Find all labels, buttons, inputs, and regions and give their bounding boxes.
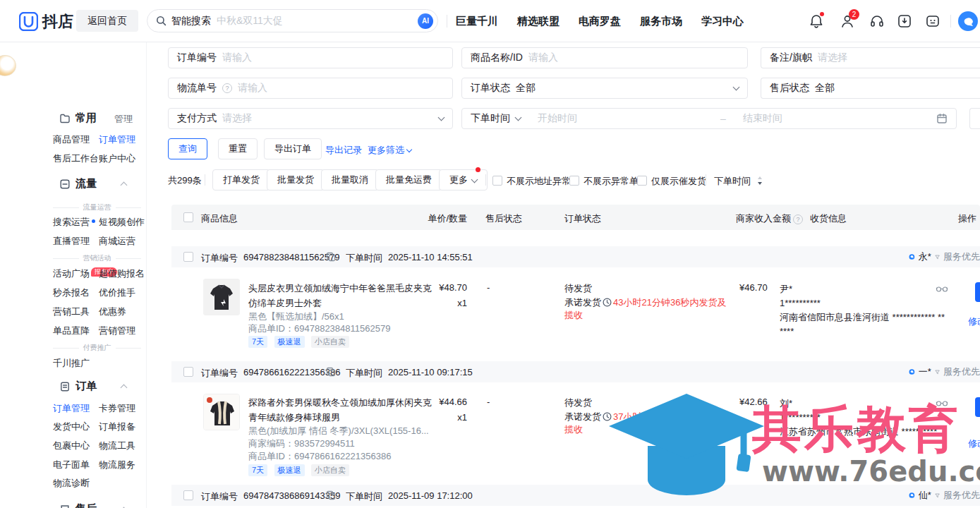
search-input[interactable]: 智能搜索 中秋&双11大促 AI — [147, 9, 438, 32]
sidebar-item-logistics-diagnosis[interactable]: 物流诊断 — [53, 477, 90, 490]
chat-icon[interactable] — [909, 251, 915, 262]
ship-button-clipped[interactable] — [975, 282, 980, 302]
sidebar-item-single-discount[interactable]: 单品直降 — [53, 325, 90, 337]
ship-button-clipped[interactable] — [975, 397, 980, 417]
manage-link[interactable]: 管理 — [114, 113, 133, 126]
copy-icon[interactable] — [326, 490, 336, 500]
checkbox-icon[interactable] — [637, 176, 647, 186]
sidebar-item-order-mgmt-2[interactable]: 订单管理 — [53, 402, 90, 415]
sidebar-item-card-coupon[interactable]: 卡券管理 — [99, 402, 135, 415]
sidebar-item-search-ops[interactable]: 搜索运营 — [53, 216, 95, 229]
nav-jingxuan-lianmeng[interactable]: 精选联盟 — [517, 15, 559, 28]
chat-icon[interactable] — [909, 490, 915, 501]
sidebar-item-account-center[interactable]: 账户中心 — [99, 152, 135, 165]
filter-funnel-icon[interactable] — [935, 368, 940, 377]
filter-order-status[interactable]: 订单状态 全部 — [461, 78, 748, 99]
filter-aftersale-status[interactable]: 售后状态 全部 — [761, 78, 980, 99]
more-actions-button[interactable]: 更多 — [439, 169, 488, 190]
buyer-name[interactable]: 一* — [919, 365, 931, 378]
batch-ship-button[interactable]: 批量发货 — [267, 169, 325, 190]
sidebar-item-logistics-tools[interactable]: 物流工具 — [99, 440, 135, 452]
order-icon — [59, 381, 71, 392]
sidebar-item-flash-sale[interactable]: 秒杀报名 — [53, 286, 90, 299]
filter-funnel-icon[interactable] — [935, 491, 940, 500]
collapse-order-icon[interactable] — [121, 385, 128, 392]
filter-extra-clipped[interactable] — [969, 108, 980, 129]
chat-icon[interactable] — [909, 366, 915, 377]
filter-tracking[interactable]: 物流单号 ? 请输入 — [168, 78, 453, 99]
order-checkbox[interactable] — [183, 252, 193, 262]
select-all-checkbox[interactable] — [183, 212, 193, 222]
nav-fuwu-shichang[interactable]: 服务市场 — [640, 15, 682, 28]
filter-time-range[interactable]: 下单时间 开始时间 – 结束时间 — [461, 108, 957, 129]
order-checkbox[interactable] — [183, 490, 193, 500]
end-time-placeholder[interactable]: 结束时间 — [743, 112, 782, 125]
batch-free-shipping-button[interactable]: 批量免运费 — [375, 169, 442, 190]
buyer-name[interactable]: 永* — [919, 250, 931, 263]
filter-remark[interactable]: 备注/旗帜 请选择 — [761, 47, 980, 68]
product-image[interactable] — [203, 279, 240, 315]
service-priority-label: 服务优先 — [943, 489, 980, 502]
col-income: 商家收入金额? — [736, 212, 803, 225]
sidebar-item-marketing-tools[interactable]: 营销工具 — [53, 306, 90, 318]
sidebar-item-super-value[interactable]: 超值购报名 — [99, 267, 145, 280]
checkbox-hide-abnormal[interactable]: 不展示异常单 — [569, 175, 639, 188]
filter-product[interactable]: 商品名称/ID 请输入 — [461, 47, 748, 68]
nav-dianshang-luopan[interactable]: 电商罗盘 — [579, 15, 621, 28]
workbench-icon[interactable] — [925, 13, 940, 29]
sort-order-time[interactable]: 下单时间 — [714, 175, 763, 188]
edit-address-link[interactable]: 修改地址 — [968, 315, 980, 328]
sidebar-item-marketing-mgmt[interactable]: 营销管理 — [99, 325, 135, 337]
edit-address-link[interactable]: 修改地址 — [968, 437, 980, 450]
checkbox-icon[interactable] — [492, 176, 502, 186]
export-log-link[interactable]: 导出记录 — [325, 144, 362, 157]
help-icon[interactable]: ? — [222, 83, 232, 93]
checkbox-only-urged[interactable]: 仅展示催发货 — [637, 175, 706, 188]
sidebar-item-order-report[interactable]: 订单报备 — [99, 421, 135, 433]
order-checkbox[interactable] — [183, 367, 193, 377]
query-button[interactable]: 查询 — [168, 138, 207, 159]
checkbox-icon[interactable] — [569, 176, 579, 186]
sidebar-item-qianchuan-promo[interactable]: 千川推广 — [53, 357, 90, 370]
start-time-placeholder[interactable]: 开始时间 — [538, 112, 577, 125]
copy-icon[interactable] — [326, 367, 336, 377]
sidebar-item-coupons[interactable]: 优惠券 — [99, 306, 126, 318]
ai-search-badge[interactable]: AI — [418, 13, 433, 29]
filter-funnel-icon[interactable] — [935, 253, 940, 262]
customer-service-icon[interactable] — [869, 13, 885, 29]
back-home-button[interactable]: 返回首页 — [76, 10, 138, 32]
sidebar-item-short-video[interactable]: 短视频创作 — [99, 216, 145, 229]
copy-icon[interactable] — [326, 252, 336, 262]
sidebar-item-live-mgmt[interactable]: 直播管理 — [53, 235, 90, 248]
checkbox-hide-addr-abnormal[interactable]: 不展示地址异常 — [492, 175, 571, 188]
calendar-icon[interactable] — [936, 113, 948, 124]
reset-button[interactable]: 重置 — [218, 138, 258, 159]
sidebar-item-package-center[interactable]: 包裹中心 — [53, 440, 90, 452]
collapse-traffic-icon[interactable] — [121, 182, 128, 189]
sidebar-item-logistics-service[interactable]: 物流服务 — [99, 459, 135, 471]
view-privacy-icon[interactable] — [936, 284, 948, 293]
sidebar-item-aftersale-workbench[interactable]: 售后工作台 — [53, 152, 99, 165]
nav-xuexi-zhongxin[interactable]: 学习中心 — [701, 15, 744, 28]
sidebar-item-e-waybill[interactable]: 电子面单 — [53, 459, 90, 471]
export-orders-button[interactable]: 导出订单 — [264, 138, 322, 159]
product-image[interactable] — [203, 394, 240, 430]
help-icon[interactable]: ? — [793, 214, 803, 224]
more-filters-link[interactable]: 更多筛选 — [368, 144, 411, 157]
sidebar-item-mall-ops[interactable]: 商城运营 — [99, 235, 135, 248]
filter-payment[interactable]: 支付方式 请选择 — [168, 108, 453, 129]
sidebar-item-goods-mgmt[interactable]: 商品管理 — [53, 133, 90, 146]
batch-cancel-button[interactable]: 批量取消 — [321, 169, 379, 190]
buyer-name[interactable]: 仙* — [919, 489, 931, 502]
user-avatar[interactable] — [958, 11, 978, 31]
nav-juliang-qianchuan[interactable]: 巨量千川 — [456, 15, 498, 28]
top-nav: 巨量千川 精选联盟 电商罗盘 服务市场 学习中心 — [456, 15, 744, 28]
sidebar-item-price-promoter[interactable]: 优价推手 — [99, 286, 135, 299]
jacket-image — [203, 279, 240, 315]
download-center-icon[interactable] — [897, 13, 912, 29]
print-ship-button[interactable]: 打单发货 — [212, 169, 270, 190]
sidebar-item-order-mgmt[interactable]: 订单管理 — [99, 133, 135, 146]
filter-time-type[interactable]: 下单时间 — [471, 112, 510, 125]
sidebar-item-ship-center[interactable]: 发货中心 — [53, 421, 90, 433]
filter-order-no[interactable]: 订单编号 请输入 — [168, 47, 453, 68]
